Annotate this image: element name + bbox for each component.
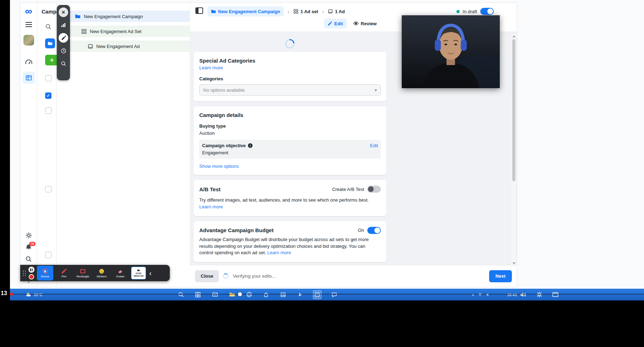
stop-webcam-label: STOP WEBCAM: [132, 272, 145, 278]
advantage-budget-card: Advantage Campaign Budget On Advantage C…: [194, 221, 386, 262]
tab-label: Edit: [334, 21, 343, 26]
next-button[interactable]: Next: [489, 270, 512, 282]
drag-handle[interactable]: [23, 271, 26, 276]
tool-label: Pen: [61, 275, 66, 278]
editor-footer: Close Verifying your edits... Next: [190, 265, 517, 287]
close-button[interactable]: Close: [195, 270, 219, 282]
ad-frame-icon: [88, 44, 93, 49]
folder-icon: [75, 14, 81, 19]
tree-item-campaign[interactable]: New Engagement Campaign: [70, 11, 190, 22]
rectangle-icon: [80, 268, 86, 274]
tool-mouse[interactable]: Mouse: [37, 266, 53, 281]
zoom-tool-button[interactable]: [59, 59, 68, 68]
tree-item-adset[interactable]: New Engagement Ad Set: [70, 26, 190, 37]
vertical-scrollbar[interactable]: [512, 33, 516, 266]
buying-type-label: Buying type: [199, 123, 381, 129]
scrollbar-thumb[interactable]: [512, 39, 515, 181]
verify-status-text: Verifying your edits...: [233, 273, 276, 279]
learn-more-link[interactable]: Learn more: [267, 250, 291, 255]
hamburger-menu-button[interactable]: [26, 22, 32, 27]
collapse-panel-button[interactable]: [195, 6, 204, 16]
row-checkbox[interactable]: [45, 107, 52, 114]
caret-down-icon: ▾: [374, 87, 377, 93]
meta-logo-icon[interactable]: ∞: [25, 6, 32, 16]
edit-objective-link[interactable]: Edit: [370, 143, 378, 148]
row-checkbox[interactable]: [45, 186, 52, 192]
campaign-objective-row: Campaign objective i Edit Engagement: [199, 140, 381, 159]
campaigns-table-nav[interactable]: [23, 72, 35, 84]
draft-status: In draft: [456, 8, 494, 15]
pause-recording-button[interactable]: [28, 267, 34, 273]
timeline-handle[interactable]: [238, 292, 242, 296]
breadcrumb-label: 1 Ad: [335, 9, 345, 14]
tool-rectangle[interactable]: Rectangle: [75, 266, 91, 281]
player-timestamp: 13: [1, 290, 7, 297]
info-icon[interactable]: i: [248, 143, 253, 148]
card-title: Special Ad Categories: [199, 58, 381, 64]
tool-eraser[interactable]: Eraser: [112, 266, 129, 281]
account-avatar[interactable]: [23, 35, 34, 46]
breadcrumb-label: 1 Ad set: [301, 9, 318, 14]
campaign-folder-button[interactable]: [45, 38, 55, 48]
categories-select[interactable]: No options available ▾: [199, 84, 381, 96]
stop-webcam-button[interactable]: STOP WEBCAM: [131, 267, 146, 279]
stop-recording-button[interactable]: [29, 274, 34, 279]
tab-edit[interactable]: Edit: [324, 18, 347, 28]
row-checkbox-checked[interactable]: ✓: [45, 92, 52, 99]
webcam-icon: [137, 269, 141, 272]
breadcrumb: New Engagement Campaign › 1 Ad set › 1 A…: [195, 6, 345, 16]
show-more-options-link[interactable]: Show more options: [199, 164, 239, 169]
chevron-right-icon: ›: [288, 9, 289, 15]
webcam-video: [402, 15, 500, 88]
card-title: Advantage Campaign Budget: [199, 227, 274, 233]
row-checkbox[interactable]: [45, 252, 52, 258]
timer-tool-button[interactable]: [59, 46, 68, 55]
budget-toggle[interactable]: [367, 227, 381, 234]
speedometer-nav-icon[interactable]: [25, 58, 33, 66]
budget-state-label: On: [358, 228, 364, 233]
collapse-toolbar-chevron[interactable]: ‹: [149, 269, 152, 277]
create-ab-test-label: Create A/B Test: [332, 187, 364, 192]
tab-label: Review: [361, 21, 377, 26]
search-button[interactable]: [25, 256, 32, 262]
plus-icon: +: [50, 56, 54, 64]
tree-item-ad[interactable]: New Engagement Ad: [70, 41, 190, 52]
learn-more-link[interactable]: Learn more: [199, 65, 223, 70]
tool-pen[interactable]: Pen: [56, 266, 72, 281]
tree-item-label: New Engagement Ad Set: [90, 29, 141, 34]
scroll-down-arrow[interactable]: [513, 262, 515, 265]
tool-label: Mouse: [41, 275, 49, 278]
chart-tool-button[interactable]: [59, 20, 68, 30]
campaigns-panel: Campaigns + ✓: [37, 3, 57, 287]
ab-test-card: A/B Test Create A/B Test Try different i…: [194, 180, 386, 216]
loading-spinner-icon: [283, 37, 297, 50]
notifications-bell-button[interactable]: 75: [25, 244, 32, 251]
pen-tool-button[interactable]: [59, 33, 68, 43]
tab-review[interactable]: Review: [353, 21, 377, 26]
close-annotation-button[interactable]: ×: [59, 7, 68, 17]
budget-description: Advantage Campaign Budget will distribut…: [199, 236, 374, 257]
campaigns-search-icon[interactable]: [45, 23, 52, 31]
tool-stickers[interactable]: Stickers: [93, 266, 110, 281]
ab-test-toggle[interactable]: [367, 186, 381, 193]
draft-dot-icon: [456, 10, 460, 13]
breadcrumb-adset[interactable]: 1 Ad set: [293, 9, 318, 14]
pen-icon: [61, 268, 67, 274]
annotation-toolbar: ×: [57, 5, 70, 80]
breadcrumb-campaign[interactable]: New Engagement Campaign: [207, 6, 284, 16]
webcam-overlay: [402, 15, 500, 88]
breadcrumb-ad[interactable]: 1 Ad: [328, 9, 345, 14]
ab-test-description: Try different images, ad text, audiences…: [199, 197, 381, 210]
left-nav-rail: ∞ 75: [20, 3, 37, 287]
learn-more-link[interactable]: Learn more: [199, 204, 223, 209]
settings-gear-button[interactable]: [25, 232, 32, 239]
scroll-up-arrow[interactable]: [513, 35, 515, 37]
notifications-badge: 75: [29, 242, 36, 246]
toggle-knob: [487, 9, 493, 14]
row-checkbox[interactable]: [45, 75, 52, 81]
tree-item-label: New Engagement Campaign: [84, 14, 143, 19]
video-timeline[interactable]: [11, 294, 644, 295]
tool-label: Rectangle: [76, 275, 89, 278]
draft-toggle[interactable]: [480, 8, 494, 15]
desktop: ∞ 75: [10, 0, 644, 289]
